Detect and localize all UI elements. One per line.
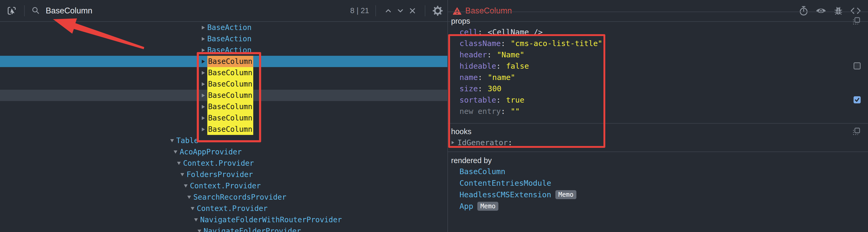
toolbar-divider [425,5,425,16]
expand-arrow-icon[interactable] [202,37,205,41]
collapse-arrow-icon[interactable] [177,162,181,165]
tree-row-context-provider[interactable]: Context.Provider [0,203,447,214]
prop-value[interactable]: "cms-aco-list-title" [511,39,602,48]
tree-item-label: BaseAction [207,22,252,33]
collapse-arrow-icon[interactable] [191,207,194,210]
tree-item-label: Context.Provider [197,203,268,214]
rendered-by-row-headlesscmsextension[interactable]: HeadlessCMSExtensionMemo [448,189,868,200]
tree-row-context-provider[interactable]: Context.Provider [0,180,447,192]
expand-arrow-icon[interactable] [202,127,205,131]
collapse-arrow-icon[interactable] [194,218,198,222]
hooks-section-header: hooks [448,126,868,137]
rendered-by-section-header: rendered by [448,155,868,166]
tree-row-basecolumn[interactable]: BaseColumn [0,78,447,90]
expand-arrow-icon[interactable] [202,60,205,63]
tree-row-baseaction[interactable]: BaseAction [0,45,447,56]
tree-row-navigatefolderprovider[interactable]: NavigateFolderProvider [0,225,447,232]
rendered-by-row-contententriesmodule[interactable]: ContentEntriesModule [448,177,868,189]
tree-row-table[interactable]: Table [0,135,447,146]
prop-colon: : [496,62,501,70]
expand-arrow-icon[interactable] [452,141,454,144]
prop-value[interactable]: false [506,62,529,70]
rendered-by-component-link[interactable]: BaseColumn [460,167,505,176]
previous-result-button[interactable] [382,5,394,17]
rendered-by-row-app[interactable]: AppMemo [448,200,868,212]
settings-gear-icon[interactable] [432,5,444,17]
prop-colon: : [496,95,501,105]
expand-arrow-icon[interactable] [202,82,205,86]
prop-row-header[interactable]: header:"Name" [448,49,868,60]
prop-key: new entry [460,107,501,116]
expand-arrow-icon[interactable] [202,94,205,97]
prop-row-new-entry[interactable]: new entry:"" [448,106,868,117]
rendered-by-component-link[interactable]: App [460,202,473,211]
tree-item-label: NavigateFolderProvider [204,225,301,232]
prop-row-size[interactable]: size:300 [448,83,868,94]
collapse-arrow-icon[interactable] [197,230,201,232]
props-section-header: props [448,16,868,26]
prop-value[interactable]: true [506,95,524,105]
tree-item-label: BaseColumn [207,112,253,124]
tree-item-label: NavigateFolderWithRouterProvider [200,214,342,225]
collapse-arrow-icon[interactable] [174,150,177,154]
prop-key: size [460,84,478,93]
copy-props-icon[interactable] [852,17,861,25]
inspect-element-button[interactable] [6,5,18,17]
copy-hooks-icon[interactable] [852,127,861,136]
rendered-by-component-link[interactable]: ContentEntriesModule [460,179,551,187]
inspected-element-panel: BaseColumn [448,0,868,232]
prop-row-name[interactable]: name:"name" [448,71,868,83]
tree-row-searchrecordsprovider[interactable]: SearchRecordsProvider [0,192,447,203]
prop-checkbox-hideable[interactable] [854,62,861,69]
rendered-by-component-link[interactable]: HeadlessCMSExtension [460,190,551,199]
hook-row-IdGenerator[interactable]: IdGenerator: [448,137,868,148]
collapse-arrow-icon[interactable] [170,139,174,142]
rendered-by-row-basecolumn[interactable]: BaseColumn [448,166,868,177]
tree-row-basecolumn[interactable]: BaseColumn [0,90,447,101]
tree-row-basecolumn[interactable]: BaseColumn [0,124,447,135]
expand-arrow-icon[interactable] [202,105,205,109]
tree-row-basecolumn[interactable]: BaseColumn [0,101,447,112]
tree-row-basecolumn[interactable]: BaseColumn [0,67,447,78]
prop-row-className[interactable]: className:"cms-aco-list-title" [448,38,868,49]
tree-item-label: Context.Provider [190,180,261,192]
next-result-button[interactable] [394,5,406,17]
toolbar-divider [375,5,376,16]
prop-row-sortable[interactable]: sortable:true [448,94,868,106]
collapse-arrow-icon[interactable] [181,173,184,176]
tree-row-basecolumn[interactable]: BaseColumn [0,56,447,67]
component-tree: BaseActionBaseActionBaseActionBaseColumn… [0,22,447,232]
tree-item-label: BaseColumn [207,124,253,135]
collapse-arrow-icon[interactable] [184,184,188,187]
tree-row-acoappprovider[interactable]: AcoAppProvider [0,146,447,157]
prop-value[interactable]: "Name" [497,50,524,59]
prop-value[interactable]: <CellName /> [488,28,543,36]
tree-item-label: BaseAction [207,33,252,45]
search-input[interactable] [45,6,350,16]
prop-row-cell[interactable]: cell:<CellName /> [448,26,868,38]
tree-row-context-provider[interactable]: Context.Provider [0,157,447,169]
rendered-by-section: rendered by BaseColumnContentEntriesModu… [448,152,868,212]
clear-search-button[interactable] [406,5,418,17]
expand-arrow-icon[interactable] [202,49,205,52]
prop-value[interactable]: 300 [488,84,501,93]
tree-row-navigatefolderwithrouterprovider[interactable]: NavigateFolderWithRouterProvider [0,214,447,225]
prop-colon: : [478,28,482,36]
collapse-arrow-icon[interactable] [187,196,191,199]
prop-checkbox-sortable[interactable] [854,96,861,104]
expand-arrow-icon[interactable] [202,116,205,120]
expand-arrow-icon[interactable] [202,71,205,75]
expand-arrow-icon[interactable] [202,26,205,29]
prop-key: name [460,73,478,82]
tree-item-label: BaseColumn [207,90,253,101]
tree-item-label: BaseColumn [207,56,253,67]
tree-row-baseaction[interactable]: BaseAction [0,33,447,45]
prop-value[interactable]: "" [511,107,520,116]
tree-row-baseaction[interactable]: BaseAction [0,22,447,33]
tree-item-label: Context.Provider [183,157,254,169]
tree-row-basecolumn[interactable]: BaseColumn [0,112,447,124]
prop-row-hideable[interactable]: hideable:false [448,60,868,71]
prop-value[interactable]: "name" [488,73,515,82]
prop-key: header [460,50,487,59]
tree-row-foldersprovider[interactable]: FoldersProvider [0,169,447,180]
